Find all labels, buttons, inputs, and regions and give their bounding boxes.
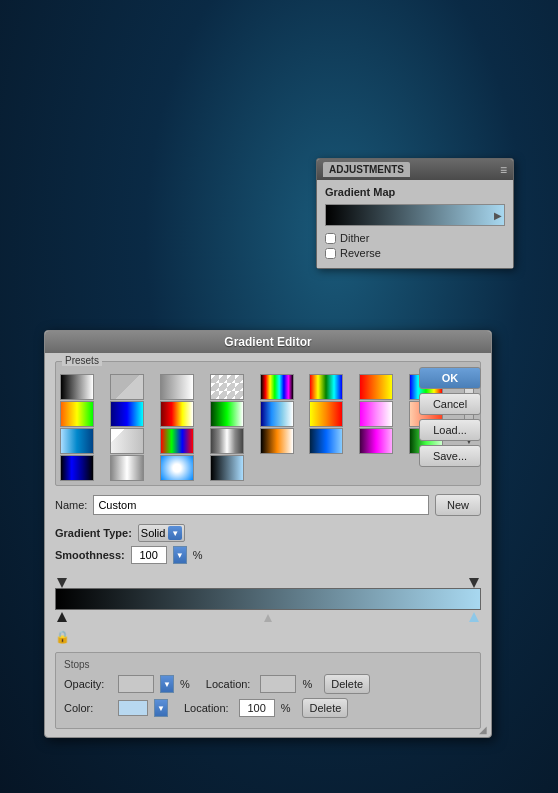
stops-title: Stops [64, 659, 472, 670]
gradient-preview-bar[interactable]: ▶ [325, 204, 505, 226]
lock-icon: 🔒 [55, 630, 481, 644]
preset-swatch-12[interactable] [260, 401, 294, 427]
smoothness-percent: % [193, 549, 203, 561]
load-button[interactable]: Load... [419, 419, 481, 441]
midpoint-handle[interactable] [264, 614, 272, 622]
preset-swatch-4[interactable] [260, 374, 294, 400]
preset-swatch-17[interactable] [110, 428, 144, 454]
gradient-type-select[interactable]: Solid ▼ [138, 524, 185, 542]
preset-swatch-2[interactable] [160, 374, 194, 400]
opacity-stop-right[interactable] [469, 578, 479, 588]
stops-section: Stops Opacity: ▼ % Location: % Delete Co… [55, 652, 481, 729]
color-arrow[interactable]: ▼ [154, 699, 168, 717]
adjustments-menu-icon[interactable]: ≡ [500, 163, 507, 177]
color-stop-left[interactable] [57, 612, 67, 622]
gradient-map-subtitle: Gradient Map [325, 186, 505, 198]
smoothness-row: Smoothness: ▼ % [55, 546, 481, 564]
opacity-location-label: Location: [206, 678, 251, 690]
opacity-stop-left[interactable] [57, 578, 67, 588]
presets-label: Presets [62, 355, 102, 366]
gradient-bar-section: 🔒 [55, 574, 481, 644]
smoothness-input[interactable] [131, 546, 167, 564]
preset-swatch-9[interactable] [110, 401, 144, 427]
preset-swatch-11[interactable] [210, 401, 244, 427]
color-swatch[interactable] [118, 700, 148, 716]
preset-swatch-21[interactable] [309, 428, 343, 454]
preset-swatch-16[interactable] [60, 428, 94, 454]
reverse-checkbox[interactable] [325, 248, 336, 259]
name-input[interactable] [93, 495, 429, 515]
color-location-input[interactable] [239, 699, 275, 717]
opacity-arrow[interactable]: ▼ [160, 675, 174, 693]
preset-swatch-13[interactable] [309, 401, 343, 427]
preset-swatch-10[interactable] [160, 401, 194, 427]
opacity-percent: % [180, 678, 190, 690]
preset-swatch-25[interactable] [110, 455, 144, 481]
gradient-bar[interactable] [55, 588, 481, 610]
dither-row: Dither [325, 232, 505, 244]
preset-swatch-26[interactable] [160, 455, 194, 481]
reverse-row: Reverse [325, 247, 505, 259]
new-button[interactable]: New [435, 494, 481, 516]
top-stops-area [55, 574, 481, 588]
bottom-stops-area [55, 610, 481, 628]
name-row: Name: New [55, 494, 481, 516]
color-location-label: Location: [184, 702, 229, 714]
smoothness-label: Smoothness: [55, 549, 125, 561]
gradient-editor-title: Gradient Editor [45, 331, 491, 353]
presets-section: Presets [55, 361, 481, 486]
gradient-preview-arrow: ▶ [494, 210, 502, 221]
opacity-location-input[interactable] [260, 675, 296, 693]
preset-swatch-27[interactable] [210, 455, 244, 481]
color-location-percent: % [281, 702, 291, 714]
editor-buttons: OK Cancel Load... Save... [419, 367, 481, 467]
adjustments-titlebar: ADJUSTMENTS ≡ [317, 159, 513, 180]
smoothness-arrow[interactable]: ▼ [173, 546, 187, 564]
reverse-label: Reverse [340, 247, 381, 259]
preset-swatch-20[interactable] [260, 428, 294, 454]
dither-label: Dither [340, 232, 369, 244]
opacity-location-percent: % [302, 678, 312, 690]
cancel-button[interactable]: Cancel [419, 393, 481, 415]
preset-swatch-18[interactable] [160, 428, 194, 454]
opacity-delete-button[interactable]: Delete [324, 674, 370, 694]
color-delete-button[interactable]: Delete [302, 698, 348, 718]
preset-swatch-5[interactable] [309, 374, 343, 400]
color-field-label: Color: [64, 702, 112, 714]
preset-swatch-1[interactable] [110, 374, 144, 400]
adjustments-panel: ADJUSTMENTS ≡ Gradient Map ▶ Dither Reve… [316, 158, 514, 269]
preset-swatch-8[interactable] [60, 401, 94, 427]
preset-swatch-24[interactable] [60, 455, 94, 481]
ok-button[interactable]: OK [419, 367, 481, 389]
adjustments-tab[interactable]: ADJUSTMENTS [323, 162, 410, 177]
save-button[interactable]: Save... [419, 445, 481, 467]
preset-swatch-0[interactable] [60, 374, 94, 400]
opacity-field-label: Opacity: [64, 678, 112, 690]
gradient-type-arrow: ▼ [168, 526, 182, 540]
color-stop-row: Color: ▼ Location: % Delete [64, 698, 472, 718]
name-label: Name: [55, 499, 87, 511]
preset-swatch-22[interactable] [359, 428, 393, 454]
gradient-type-label: Gradient Type: [55, 527, 132, 539]
gradient-editor-dialog: Gradient Editor Presets [44, 330, 492, 738]
preset-swatch-19[interactable] [210, 428, 244, 454]
preset-swatch-6[interactable] [359, 374, 393, 400]
opacity-stop-row: Opacity: ▼ % Location: % Delete [64, 674, 472, 694]
color-stop-right[interactable] [469, 612, 479, 622]
dither-checkbox[interactable] [325, 233, 336, 244]
preset-swatch-14[interactable] [359, 401, 393, 427]
presets-grid [60, 374, 458, 481]
preset-swatch-3[interactable] [210, 374, 244, 400]
gradient-type-value: Solid [141, 527, 165, 539]
opacity-input[interactable] [118, 675, 154, 693]
resize-handle[interactable]: ◢ [479, 724, 487, 735]
gradient-type-row: Gradient Type: Solid ▼ [55, 524, 481, 542]
